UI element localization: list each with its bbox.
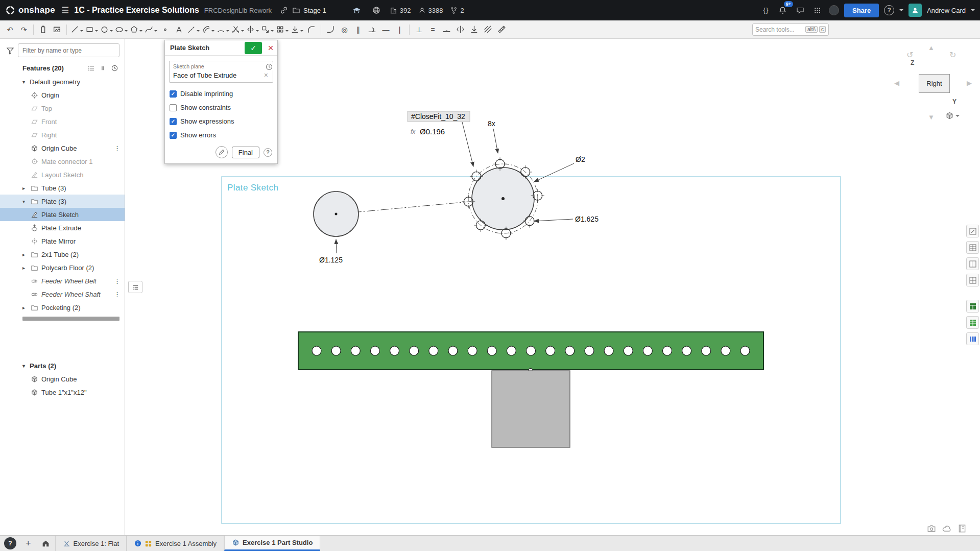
sketch-options-icon[interactable] [216, 146, 228, 158]
plate-hole[interactable] [721, 346, 730, 355]
featurescript-icon[interactable]: { } [759, 4, 772, 16]
folder-pocketing[interactable]: ▸ Pocketing (2) [0, 301, 125, 314]
bolt-circle-dimension[interactable]: Ø1.625 [575, 215, 599, 223]
checkbox-show-expressions[interactable]: ✓ Show expressions [170, 114, 277, 128]
plate-hole[interactable] [643, 346, 652, 355]
info-badge-icon[interactable] [134, 540, 141, 547]
view-cube-face[interactable]: Right [919, 74, 950, 93]
dialog-history-icon[interactable] [264, 62, 274, 72]
part-tube[interactable]: Tube 1"x1"x12" [0, 386, 125, 399]
feature-top-plane[interactable]: Top [0, 102, 125, 115]
tube-cross-section[interactable] [492, 371, 570, 447]
checkbox-show-errors[interactable]: ✓ Show errors [170, 128, 277, 142]
plate-hole[interactable] [565, 346, 575, 355]
clear-selection-icon[interactable]: × [263, 71, 269, 79]
rotate-down-arrow[interactable]: ▼ [928, 113, 935, 121]
plate-hole[interactable] [331, 346, 341, 355]
plate-hole[interactable] [682, 346, 691, 355]
help-icon[interactable]: ? [884, 5, 894, 15]
feature-feeder-wheel-shaft[interactable]: Feeder Wheel Shaft ⋮ [0, 288, 125, 301]
sketch-plane-field[interactable]: Sketch plane Face of Tube Extrude × [169, 61, 273, 83]
construction-tool-icon[interactable] [186, 22, 201, 37]
plate-hole[interactable] [702, 346, 711, 355]
circle-tool-icon[interactable] [99, 22, 114, 37]
caret-down-icon[interactable]: ▾ [22, 79, 30, 85]
blue-columns-rail-icon[interactable] [966, 332, 979, 345]
notifications-bell-icon[interactable]: 9+ [777, 4, 789, 16]
folder-2x1-tube[interactable]: ▸ 2x1 Tube (2) [0, 248, 125, 261]
checkbox-show-constraints[interactable]: ✓ Show constraints [170, 101, 277, 114]
users-stat[interactable]: 3388 [418, 7, 443, 14]
onshape-logo[interactable]: onshape [5, 5, 55, 15]
tab-exercise-1-assembly[interactable]: Exercise 1 Assembly [127, 536, 224, 551]
spline-tool-icon[interactable] [144, 22, 158, 37]
green-sheet-rail-icon[interactable] [966, 300, 979, 313]
context-menu-dots-icon[interactable]: ⋮ [114, 277, 121, 285]
fix-constraint-icon[interactable] [467, 22, 481, 37]
ellipse-tool-icon[interactable] [114, 22, 129, 37]
hatch-pattern-icon[interactable] [481, 22, 495, 37]
main-menu-icon[interactable]: ☰ [61, 5, 69, 16]
rotate-right-arrow[interactable]: ▶ [967, 79, 972, 87]
dialog-help-icon[interactable]: ? [264, 148, 272, 157]
large-circle-center-point[interactable] [501, 197, 505, 200]
undo-icon[interactable]: ↶ [3, 22, 17, 37]
feature-mate-connector-1[interactable]: Mate connector 1 [0, 155, 125, 168]
avatar[interactable] [909, 4, 922, 17]
symmetric-constraint-icon[interactable] [453, 22, 467, 37]
add-tab-button[interactable]: + [20, 538, 36, 549]
sketch-properties-icon[interactable] [36, 22, 50, 37]
rotate-left-arrow[interactable]: ◀ [894, 79, 899, 87]
feature-list-flyout-button[interactable] [128, 281, 142, 293]
parallel-constraint-icon[interactable]: ∥ [351, 22, 365, 37]
rectangle-tool-icon[interactable] [84, 22, 99, 37]
plate-hole[interactable] [448, 346, 458, 355]
hole-diameter-dimension[interactable]: Ø0.196 [420, 127, 445, 136]
redo-icon[interactable]: ↷ [17, 22, 31, 37]
rotate-up-arrow[interactable]: ▲ [928, 44, 935, 52]
plate-hole[interactable] [312, 346, 321, 355]
equal-constraint-icon[interactable]: = [426, 22, 440, 37]
plate-hole[interactable] [740, 346, 750, 355]
use-project-tool-icon[interactable] [260, 22, 275, 37]
roll-cw-icon[interactable]: ↻ [949, 50, 956, 60]
offset-tool-icon[interactable] [201, 22, 216, 37]
plate-hole[interactable] [487, 346, 496, 355]
polygon-tool-icon[interactable] [129, 22, 144, 37]
feature-plate-extrude[interactable]: Plate Extrude [0, 221, 125, 234]
organization-stat[interactable]: 392 [390, 7, 411, 14]
comments-icon[interactable] [794, 4, 806, 16]
breadcrumb[interactable]: Stage 1 [303, 7, 326, 14]
table-rail-icon[interactable] [966, 241, 979, 254]
caret-right-icon[interactable]: ▸ [22, 185, 30, 191]
home-button[interactable] [36, 539, 55, 548]
public-globe-icon[interactable] [370, 4, 383, 16]
status-dot-icon[interactable] [829, 5, 839, 15]
instance-count-dimension[interactable]: 8x [488, 119, 495, 128]
feature-origin[interactable]: Origin [0, 88, 125, 102]
filter-funnel-icon[interactable] [6, 46, 14, 55]
insert-image-icon[interactable] [50, 22, 64, 37]
trim-tool-icon[interactable] [230, 22, 245, 37]
tab-exercise-1-part-studio[interactable]: Exercise 1 Part Studio [224, 536, 320, 551]
feature-feeder-wheel-belt[interactable]: Feeder Wheel Belt ⋮ [0, 274, 125, 288]
folder-polycarb-floor[interactable]: ▸ Polycarb Floor (2) [0, 261, 125, 274]
plate-hole[interactable] [662, 346, 672, 355]
caret-right-icon[interactable]: ▸ [22, 265, 30, 271]
feature-layout-sketch[interactable]: Layout Sketch [0, 168, 125, 181]
concentric-constraint-icon[interactable]: ◎ [338, 22, 351, 37]
graphics-canvas[interactable]: Plate Sketch #CloseFit_10_32 fx Ø0.196 8… [125, 39, 980, 535]
green-grid-rail-icon[interactable] [966, 316, 979, 329]
feature-right-plane[interactable]: Right [0, 128, 125, 141]
plate-hole[interactable] [527, 346, 536, 355]
education-icon[interactable] [351, 4, 363, 16]
plate-hole[interactable] [429, 346, 438, 355]
final-button[interactable]: Final [232, 147, 259, 158]
arc-tool-icon[interactable] [216, 22, 230, 37]
rollback-bar[interactable] [22, 317, 119, 321]
feature-default-geometry[interactable]: ▾ Default geometry [0, 75, 125, 88]
plate-hole[interactable] [546, 346, 555, 355]
plate-hole[interactable] [507, 346, 516, 355]
help-caret-icon[interactable] [899, 9, 903, 13]
split-table-rail-icon[interactable] [966, 257, 979, 270]
